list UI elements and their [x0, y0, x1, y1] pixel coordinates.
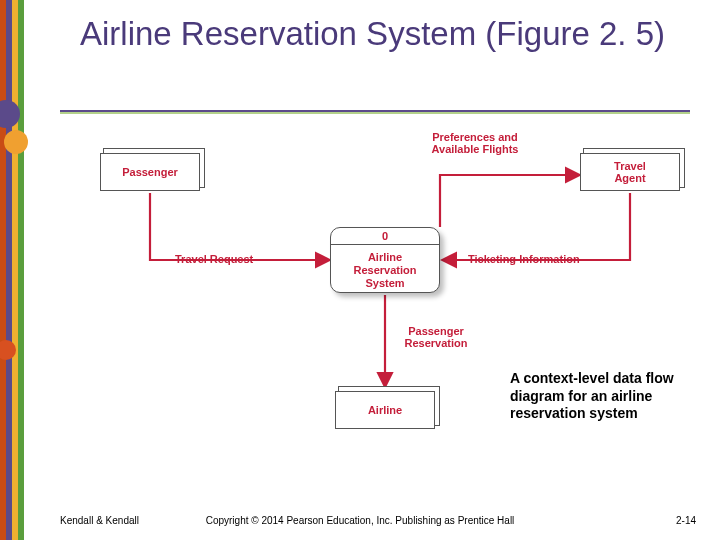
process-id: 0: [331, 228, 439, 245]
flow-label-preferences: Preferences and Available Flights: [410, 131, 540, 155]
footer-copyright: Copyright © 2014 Pearson Education, Inc.…: [0, 515, 720, 526]
entity-passenger: Passenger: [100, 153, 200, 191]
slide-title: Airline Reservation System (Figure 2. 5): [80, 15, 700, 53]
entity-airline: Airline: [335, 391, 435, 429]
entity-travel-agent: Travel Agent: [580, 153, 680, 191]
diagram-caption: A context-level data flow diagram for an…: [510, 370, 680, 423]
process-airline-reservation-system: 0 Airline Reservation System: [330, 227, 440, 293]
title-underline: [60, 110, 690, 114]
footer-page-number: 2-14: [676, 515, 696, 526]
process-name: Airline Reservation System: [331, 245, 439, 297]
left-decoration: [0, 0, 30, 540]
flow-label-reservation: Passenger Reservation: [396, 325, 476, 349]
flow-label-ticketing: Ticketing Information: [468, 253, 580, 265]
flow-label-travel-request: Travel Request: [175, 253, 253, 265]
